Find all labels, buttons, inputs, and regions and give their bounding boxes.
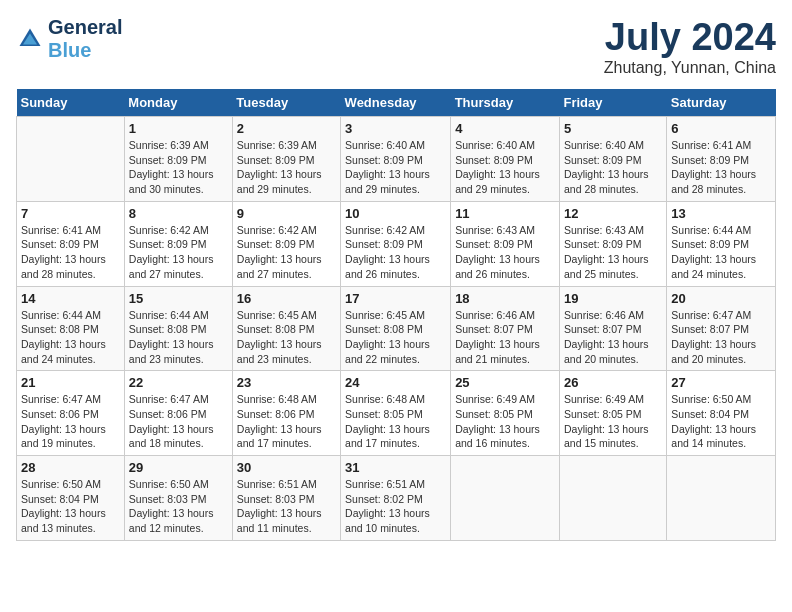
calendar-cell: 17Sunrise: 6:45 AMSunset: 8:08 PMDayligh… xyxy=(341,286,451,371)
day-info: Sunrise: 6:50 AMSunset: 8:04 PMDaylight:… xyxy=(671,392,771,451)
day-info: Sunrise: 6:39 AMSunset: 8:09 PMDaylight:… xyxy=(129,138,228,197)
day-number: 9 xyxy=(237,206,336,221)
calendar-cell: 31Sunrise: 6:51 AMSunset: 8:02 PMDayligh… xyxy=(341,456,451,541)
day-info: Sunrise: 6:48 AMSunset: 8:05 PMDaylight:… xyxy=(345,392,446,451)
day-number: 12 xyxy=(564,206,662,221)
day-info: Sunrise: 6:43 AMSunset: 8:09 PMDaylight:… xyxy=(564,223,662,282)
calendar-cell xyxy=(451,456,560,541)
day-info: Sunrise: 6:45 AMSunset: 8:08 PMDaylight:… xyxy=(345,308,446,367)
calendar-cell: 12Sunrise: 6:43 AMSunset: 8:09 PMDayligh… xyxy=(559,201,666,286)
week-row-3: 14Sunrise: 6:44 AMSunset: 8:08 PMDayligh… xyxy=(17,286,776,371)
logo: General Blue xyxy=(16,16,122,62)
calendar-cell: 9Sunrise: 6:42 AMSunset: 8:09 PMDaylight… xyxy=(232,201,340,286)
day-number: 5 xyxy=(564,121,662,136)
calendar-cell: 16Sunrise: 6:45 AMSunset: 8:08 PMDayligh… xyxy=(232,286,340,371)
calendar-cell: 5Sunrise: 6:40 AMSunset: 8:09 PMDaylight… xyxy=(559,117,666,202)
week-row-2: 7Sunrise: 6:41 AMSunset: 8:09 PMDaylight… xyxy=(17,201,776,286)
calendar-cell: 6Sunrise: 6:41 AMSunset: 8:09 PMDaylight… xyxy=(667,117,776,202)
calendar-cell: 25Sunrise: 6:49 AMSunset: 8:05 PMDayligh… xyxy=(451,371,560,456)
month-year: July 2024 xyxy=(604,16,776,59)
logo-text-general: General xyxy=(48,16,122,39)
day-number: 22 xyxy=(129,375,228,390)
day-number: 17 xyxy=(345,291,446,306)
day-info: Sunrise: 6:50 AMSunset: 8:03 PMDaylight:… xyxy=(129,477,228,536)
day-info: Sunrise: 6:40 AMSunset: 8:09 PMDaylight:… xyxy=(564,138,662,197)
day-info: Sunrise: 6:44 AMSunset: 8:08 PMDaylight:… xyxy=(129,308,228,367)
day-info: Sunrise: 6:46 AMSunset: 8:07 PMDaylight:… xyxy=(564,308,662,367)
day-number: 3 xyxy=(345,121,446,136)
day-info: Sunrise: 6:43 AMSunset: 8:09 PMDaylight:… xyxy=(455,223,555,282)
day-number: 13 xyxy=(671,206,771,221)
day-info: Sunrise: 6:40 AMSunset: 8:09 PMDaylight:… xyxy=(345,138,446,197)
calendar-cell: 8Sunrise: 6:42 AMSunset: 8:09 PMDaylight… xyxy=(124,201,232,286)
day-info: Sunrise: 6:42 AMSunset: 8:09 PMDaylight:… xyxy=(345,223,446,282)
day-header-sunday: Sunday xyxy=(17,89,125,117)
day-info: Sunrise: 6:42 AMSunset: 8:09 PMDaylight:… xyxy=(129,223,228,282)
day-number: 1 xyxy=(129,121,228,136)
calendar-cell: 2Sunrise: 6:39 AMSunset: 8:09 PMDaylight… xyxy=(232,117,340,202)
day-number: 26 xyxy=(564,375,662,390)
day-number: 24 xyxy=(345,375,446,390)
day-info: Sunrise: 6:48 AMSunset: 8:06 PMDaylight:… xyxy=(237,392,336,451)
day-header-wednesday: Wednesday xyxy=(341,89,451,117)
calendar-cell: 21Sunrise: 6:47 AMSunset: 8:06 PMDayligh… xyxy=(17,371,125,456)
calendar-cell: 15Sunrise: 6:44 AMSunset: 8:08 PMDayligh… xyxy=(124,286,232,371)
calendar-cell xyxy=(17,117,125,202)
calendar-cell: 22Sunrise: 6:47 AMSunset: 8:06 PMDayligh… xyxy=(124,371,232,456)
day-header-friday: Friday xyxy=(559,89,666,117)
day-number: 8 xyxy=(129,206,228,221)
week-row-1: 1Sunrise: 6:39 AMSunset: 8:09 PMDaylight… xyxy=(17,117,776,202)
day-number: 11 xyxy=(455,206,555,221)
day-info: Sunrise: 6:47 AMSunset: 8:06 PMDaylight:… xyxy=(129,392,228,451)
calendar-cell: 23Sunrise: 6:48 AMSunset: 8:06 PMDayligh… xyxy=(232,371,340,456)
calendar-cell: 26Sunrise: 6:49 AMSunset: 8:05 PMDayligh… xyxy=(559,371,666,456)
day-number: 29 xyxy=(129,460,228,475)
day-number: 6 xyxy=(671,121,771,136)
calendar-cell: 28Sunrise: 6:50 AMSunset: 8:04 PMDayligh… xyxy=(17,456,125,541)
calendar-cell: 27Sunrise: 6:50 AMSunset: 8:04 PMDayligh… xyxy=(667,371,776,456)
title-block: July 2024 Zhutang, Yunnan, China xyxy=(604,16,776,77)
day-number: 23 xyxy=(237,375,336,390)
calendar-cell xyxy=(559,456,666,541)
day-number: 18 xyxy=(455,291,555,306)
day-info: Sunrise: 6:44 AMSunset: 8:09 PMDaylight:… xyxy=(671,223,771,282)
day-info: Sunrise: 6:50 AMSunset: 8:04 PMDaylight:… xyxy=(21,477,120,536)
day-info: Sunrise: 6:49 AMSunset: 8:05 PMDaylight:… xyxy=(564,392,662,451)
calendar-cell: 1Sunrise: 6:39 AMSunset: 8:09 PMDaylight… xyxy=(124,117,232,202)
calendar-cell: 13Sunrise: 6:44 AMSunset: 8:09 PMDayligh… xyxy=(667,201,776,286)
day-number: 14 xyxy=(21,291,120,306)
calendar-cell: 4Sunrise: 6:40 AMSunset: 8:09 PMDaylight… xyxy=(451,117,560,202)
logo-text-blue: Blue xyxy=(48,39,122,62)
day-header-tuesday: Tuesday xyxy=(232,89,340,117)
day-number: 27 xyxy=(671,375,771,390)
logo-icon xyxy=(16,25,44,53)
day-number: 31 xyxy=(345,460,446,475)
calendar-cell: 3Sunrise: 6:40 AMSunset: 8:09 PMDaylight… xyxy=(341,117,451,202)
day-number: 21 xyxy=(21,375,120,390)
calendar-cell: 24Sunrise: 6:48 AMSunset: 8:05 PMDayligh… xyxy=(341,371,451,456)
day-number: 2 xyxy=(237,121,336,136)
day-header-saturday: Saturday xyxy=(667,89,776,117)
day-info: Sunrise: 6:46 AMSunset: 8:07 PMDaylight:… xyxy=(455,308,555,367)
day-info: Sunrise: 6:42 AMSunset: 8:09 PMDaylight:… xyxy=(237,223,336,282)
page-header: General Blue July 2024 Zhutang, Yunnan, … xyxy=(16,16,776,77)
calendar-cell: 10Sunrise: 6:42 AMSunset: 8:09 PMDayligh… xyxy=(341,201,451,286)
day-number: 30 xyxy=(237,460,336,475)
calendar-cell xyxy=(667,456,776,541)
day-header-thursday: Thursday xyxy=(451,89,560,117)
day-info: Sunrise: 6:51 AMSunset: 8:03 PMDaylight:… xyxy=(237,477,336,536)
day-info: Sunrise: 6:41 AMSunset: 8:09 PMDaylight:… xyxy=(671,138,771,197)
week-row-5: 28Sunrise: 6:50 AMSunset: 8:04 PMDayligh… xyxy=(17,456,776,541)
day-number: 10 xyxy=(345,206,446,221)
day-info: Sunrise: 6:40 AMSunset: 8:09 PMDaylight:… xyxy=(455,138,555,197)
location: Zhutang, Yunnan, China xyxy=(604,59,776,77)
day-info: Sunrise: 6:44 AMSunset: 8:08 PMDaylight:… xyxy=(21,308,120,367)
calendar-cell: 29Sunrise: 6:50 AMSunset: 8:03 PMDayligh… xyxy=(124,456,232,541)
calendar-cell: 7Sunrise: 6:41 AMSunset: 8:09 PMDaylight… xyxy=(17,201,125,286)
day-header-monday: Monday xyxy=(124,89,232,117)
header-row: SundayMondayTuesdayWednesdayThursdayFrid… xyxy=(17,89,776,117)
day-info: Sunrise: 6:51 AMSunset: 8:02 PMDaylight:… xyxy=(345,477,446,536)
day-number: 20 xyxy=(671,291,771,306)
day-info: Sunrise: 6:47 AMSunset: 8:06 PMDaylight:… xyxy=(21,392,120,451)
day-number: 4 xyxy=(455,121,555,136)
